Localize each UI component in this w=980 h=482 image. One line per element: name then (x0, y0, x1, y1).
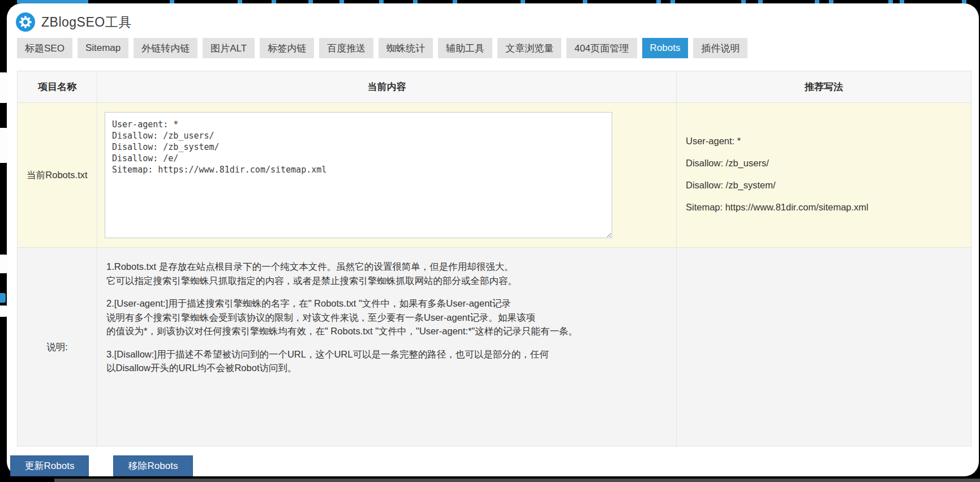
tab-auxiliary-tools[interactable]: 辅助工具 (438, 38, 492, 58)
recommended-line: Sitemap: https://www.81dir.com/sitemap.x… (686, 201, 965, 213)
update-robots-button[interactable]: 更新Robots (10, 455, 89, 476)
tab-404-manage[interactable]: 404页面管理 (566, 38, 637, 58)
tab-sitemap[interactable]: Sitemap (78, 38, 128, 58)
tab-bar: 标题SEO Sitemap 外链转内链 图片ALT 标签内链 百度推送 蜘蛛统计… (17, 38, 747, 58)
left-edge-artifact (0, 305, 7, 317)
left-edge-artifact (0, 72, 7, 103)
tab-tag-internal-link[interactable]: 标签内链 (260, 38, 314, 58)
column-header-item-name: 项目名称 (18, 71, 97, 103)
empty-cell (677, 248, 971, 447)
description-cell: 1.Robots.txt 是存放在站点根目录下的一个纯文本文件。虽然它的设置很简… (97, 248, 677, 447)
left-edge-artifact (0, 128, 7, 163)
tab-image-alt[interactable]: 图片ALT (203, 38, 255, 58)
gear-icon (16, 12, 35, 32)
tab-external-to-internal[interactable]: 外链转内链 (134, 38, 197, 58)
left-edge-artifact-blue (0, 293, 6, 303)
recommended-line: Disallow: /zb_system/ (686, 179, 965, 191)
left-edge-artifact (0, 255, 7, 273)
page-title: ZBlogSEO工具 (41, 14, 132, 31)
row-label-current-robots: 当前Robots.txt (18, 103, 97, 248)
column-header-recommended: 推荐写法 (677, 71, 971, 103)
tab-plugin-info[interactable]: 插件说明 (693, 38, 747, 58)
robots-table: 项目名称 当前内容 推荐写法 当前Robots.txt User-agent: … (17, 71, 972, 446)
recommended-line: Disallow: /zb_users/ (686, 157, 965, 169)
current-content-cell: User-agent: * Disallow: /zb_users/ Disal… (97, 103, 677, 248)
tab-spider-stats[interactable]: 蜘蛛统计 (379, 38, 433, 58)
robots-textarea[interactable]: User-agent: * Disallow: /zb_users/ Disal… (105, 112, 612, 238)
tab-article-views[interactable]: 文章浏览量 (497, 38, 561, 58)
tab-robots[interactable]: Robots (642, 38, 689, 58)
description-paragraph: 1.Robots.txt 是存放在站点根目录下的一个纯文本文件。虽然它的设置很简… (106, 260, 670, 287)
recommended-content-cell: User-agent: * Disallow: /zb_users/ Disal… (677, 103, 971, 248)
row-label-description: 说明: (18, 248, 97, 447)
description-paragraph: 3.[Disallow:]用于描述不希望被访问到的一个URL，这个URL可以是一… (106, 347, 670, 375)
tab-baidu-push[interactable]: 百度推送 (319, 38, 373, 58)
remove-robots-button[interactable]: 移除Robots (113, 455, 193, 476)
description-paragraph: 2.[User-agent:]用于描述搜索引擎蜘蛛的名字，在" Robots.t… (106, 296, 670, 338)
tab-title-seo[interactable]: 标题SEO (17, 38, 72, 58)
recommended-line: User-agent: * (686, 135, 965, 147)
page-header: ZBlogSEO工具 (16, 12, 132, 32)
column-header-current-content: 当前内容 (97, 71, 677, 103)
